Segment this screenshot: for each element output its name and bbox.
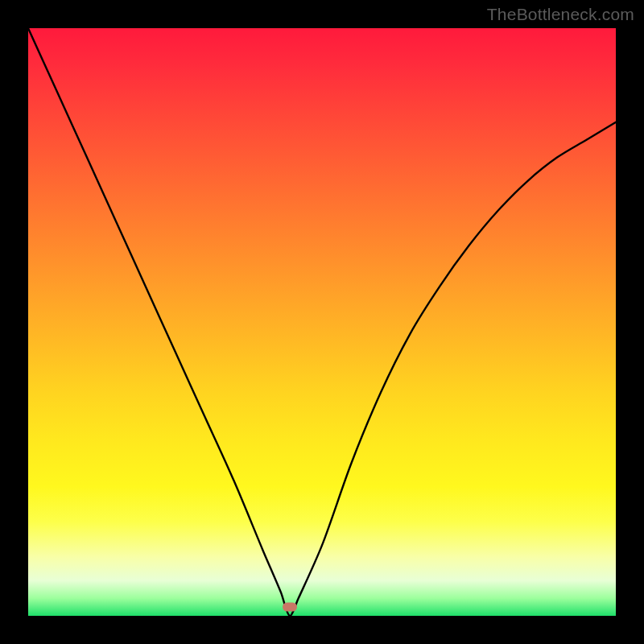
watermark-text: TheBottleneck.com bbox=[487, 5, 634, 24]
chart-frame: TheBottleneck.com bbox=[0, 0, 644, 644]
plot-area bbox=[28, 28, 616, 616]
curve-path bbox=[28, 28, 616, 616]
optimal-point-marker bbox=[283, 603, 297, 612]
bottleneck-curve bbox=[28, 28, 616, 616]
